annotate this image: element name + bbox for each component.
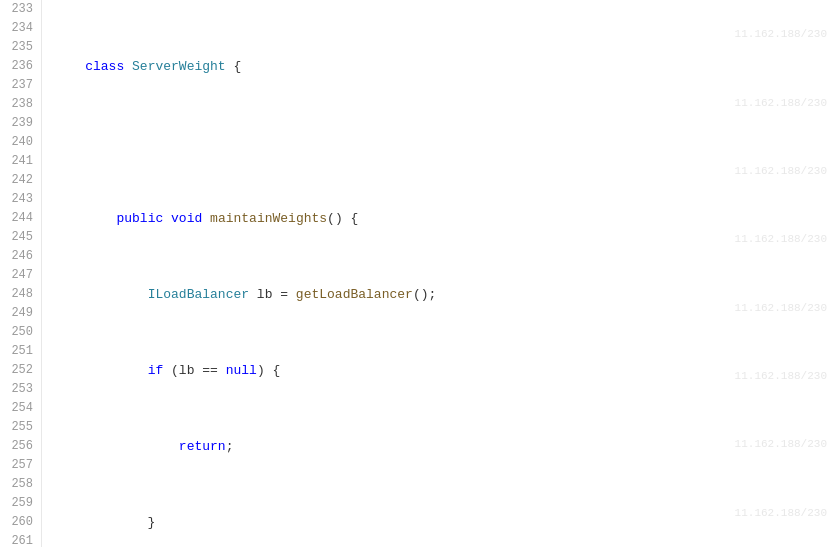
code-line-235: public void maintainWeights() { — [54, 209, 831, 228]
line-numbers: 233 234 235 236 237 238 239 240 241 242 … — [0, 0, 42, 547]
code-editor: 233 234 235 236 237 238 239 240 241 242 … — [0, 0, 831, 547]
code-line-239: } — [54, 513, 831, 532]
code-line-238: return; — [54, 437, 831, 456]
code-content[interactable]: class ServerWeight { public void maintai… — [42, 0, 831, 547]
code-line-237: if (lb == null) { — [54, 361, 831, 380]
code-line-234 — [54, 133, 831, 152]
code-line-233: class ServerWeight { — [54, 57, 831, 76]
code-line-236: ILoadBalancer lb = getLoadBalancer(); — [54, 285, 831, 304]
